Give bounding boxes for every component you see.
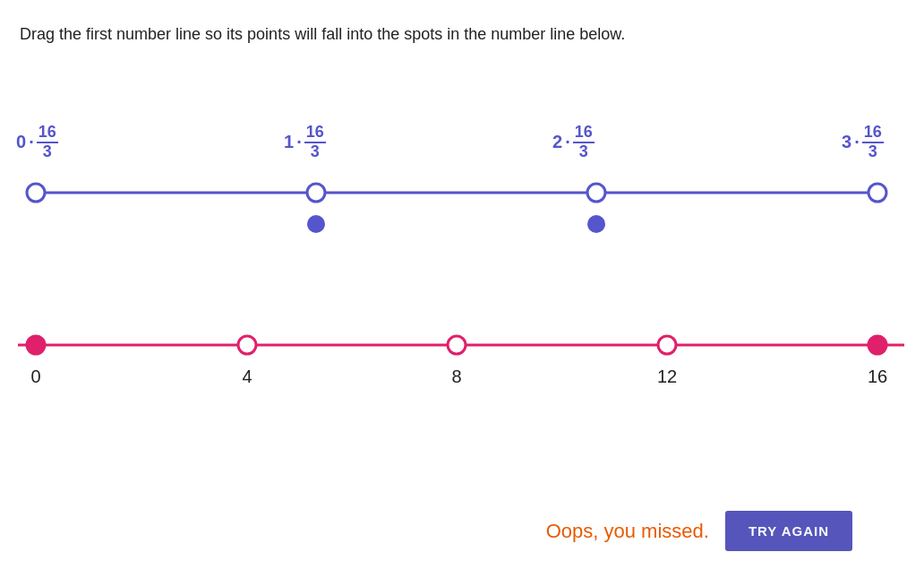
fraction-1-denominator: 3 [309,143,321,161]
fraction-3-denominator: 3 [867,143,879,161]
try-again-button[interactable]: TRY AGAIN [725,511,852,551]
oops-message: Oops, you missed. [546,520,709,543]
bottom-point-0-filled [27,336,45,354]
fraction-label-1: 1 · 16 3 [284,124,326,161]
fraction-3-numerator: 16 [862,124,884,143]
fraction-label-2: 2 · 16 3 [552,124,595,161]
instruction-text: Drag the first number line so its points… [20,25,625,44]
top-number-line-svg [0,170,924,242]
fraction-0-numerator: 16 [37,124,58,143]
bottom-point-16-filled [868,336,886,354]
fraction-label-3: 3 · 16 3 [842,124,884,161]
bottom-point-12 [658,336,676,354]
fraction-2-denominator: 3 [578,143,590,161]
bottom-number-line-svg: 0 4 8 12 16 [0,318,924,408]
fraction-label-0: 0 · 16 3 [16,124,58,161]
bottom-label-16: 16 [868,367,887,386]
top-point-0 [27,184,45,202]
bottom-label-12: 12 [657,367,677,386]
fraction-0-denominator: 3 [41,143,54,161]
bottom-label-8: 8 [451,367,461,386]
fraction-1-numerator: 16 [304,124,326,143]
drop-indicator-1 [307,215,325,233]
feedback-area: Oops, you missed. TRY AGAIN [546,511,852,551]
drop-indicator-2 [587,215,605,233]
bottom-label-4: 4 [242,367,252,386]
fraction-2-numerator: 16 [573,124,595,143]
bottom-label-0: 0 [30,367,40,386]
top-point-1 [307,184,325,202]
top-point-2 [587,184,605,202]
bottom-point-4 [238,336,256,354]
bottom-point-8 [448,336,466,354]
top-point-3 [868,184,886,202]
